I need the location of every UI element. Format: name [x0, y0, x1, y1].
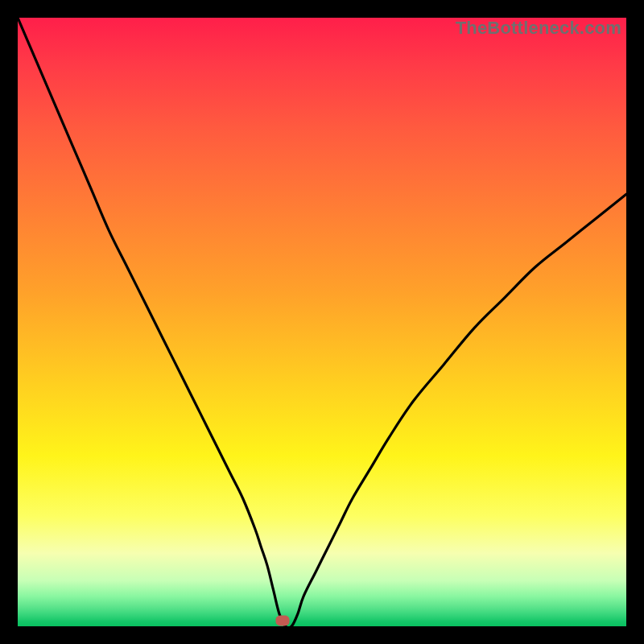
bottleneck-curve	[18, 18, 626, 626]
chart-plot-area: TheBottleneck.com	[18, 18, 626, 626]
min-point-marker	[275, 616, 289, 626]
